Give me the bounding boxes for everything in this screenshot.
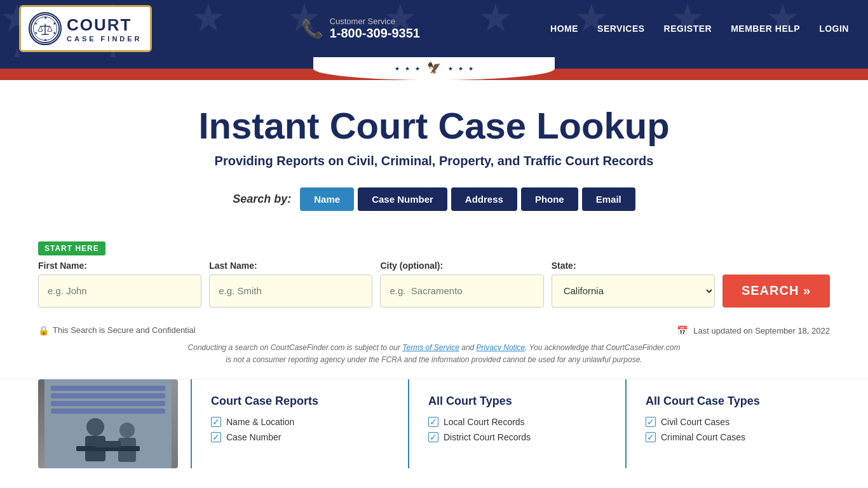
state-field: State: AlabamaAlaskaArizonaArkansasCalif… <box>552 261 715 308</box>
search-button[interactable]: SEARCH » <box>722 274 830 308</box>
bottom-col-types: All Court Types ✓ Local Court Records ✓ … <box>408 379 613 468</box>
check-icon: ✓ <box>428 432 438 442</box>
calendar-icon: 📅 <box>677 325 688 336</box>
col2-list: ✓ Local Court Records ✓ District Court R… <box>428 417 593 442</box>
check-icon: ✓ <box>428 417 438 427</box>
col1-title: Court Case Reports <box>211 395 376 408</box>
col2-title: All Court Types <box>428 395 593 408</box>
list-item: ✓ District Court Records <box>428 432 593 442</box>
col3-list: ✓ Civil Court Cases ✓ Criminal Court Cas… <box>646 417 811 442</box>
col3-title: All Court Case Types <box>646 395 811 408</box>
city-input[interactable] <box>380 274 543 308</box>
phone-icon: 📞 <box>301 18 323 39</box>
svg-text:★: ★ <box>44 16 47 20</box>
last-name-input[interactable] <box>209 274 372 308</box>
form-row: First Name: Last Name: City (optional): … <box>38 261 830 308</box>
svg-point-20 <box>119 423 135 438</box>
logo-court-text: COURT <box>67 15 142 35</box>
state-label: State: <box>552 261 715 271</box>
disclaimer-text4: is not a consumer reporting agency under… <box>226 355 642 364</box>
logo-box: ★ ★ ★ ★ ★ ★ COURT <box>19 5 152 52</box>
svg-text:★: ★ <box>34 22 37 25</box>
first-name-input[interactable] <box>38 274 201 308</box>
tab-email[interactable]: Email <box>582 187 635 211</box>
lock-icon: 🔒 <box>38 325 49 336</box>
terms-link[interactable]: Terms of Service <box>402 343 459 352</box>
col2-item1: District Court Records <box>444 432 531 442</box>
search-form-container: START HERE First Name: Last Name: City (… <box>0 241 868 314</box>
updated-text: 📅 Last updated on September 18, 2022 <box>677 325 830 336</box>
svg-rect-14 <box>51 386 165 391</box>
nav-register[interactable]: REGISTER <box>664 24 712 34</box>
bottom-image-placeholder <box>38 379 178 468</box>
bottom-section: Court Case Reports ✓ Name & Location ✓ C… <box>0 379 868 468</box>
secure-text: 🔒 This Search is Secure and Confidential <box>38 325 196 336</box>
col1-item0: Name & Location <box>226 417 294 427</box>
main-content: Instant Court Case Lookup Providing Repo… <box>0 80 868 241</box>
bottom-col-reports: Court Case Reports ✓ Name & Location ✓ C… <box>191 379 395 468</box>
logo-finder-text: CASE FINDER <box>67 35 142 43</box>
header-wrapper: ★ ★ ★ ★ ★ ★ ★ ★ ★ ★ ★ ★ ★ ★ ★ ★ ★ <box>0 0 868 80</box>
disclaimer-text1: Conducting a search on CourtCaseFinder.c… <box>188 343 403 352</box>
nav-login[interactable]: LOGIN <box>819 24 849 34</box>
disclaimer: Conducting a search on CourtCaseFinder.c… <box>0 342 868 379</box>
customer-service: 📞 Customer Service 1-800-309-9351 <box>301 17 420 41</box>
col1-list: ✓ Name & Location ✓ Case Number <box>211 417 376 442</box>
list-item: ✓ Local Court Records <box>428 417 593 427</box>
list-item: ✓ Civil Court Cases <box>646 417 811 427</box>
col3-item0: Civil Court Cases <box>661 417 729 427</box>
col1-item1: Case Number <box>226 432 281 442</box>
header: ★ ★ ★ ★ ★ ★ COURT <box>0 0 868 57</box>
svg-text:★: ★ <box>53 31 56 35</box>
updated-label: Last updated on September 18, 2022 <box>693 326 830 336</box>
bottom-image <box>38 379 178 468</box>
disclaimer-text2: and <box>459 343 477 352</box>
list-item: ✓ Case Number <box>211 432 376 442</box>
tab-name[interactable]: Name <box>300 187 354 211</box>
svg-rect-15 <box>51 393 165 398</box>
cs-phone: 1-800-309-9351 <box>330 26 420 41</box>
start-here-badge: START HERE <box>38 241 105 255</box>
privacy-link[interactable]: Privacy Notice <box>477 343 526 352</box>
state-select[interactable]: AlabamaAlaskaArizonaArkansasCaliforniaCo… <box>552 274 715 308</box>
search-by-row: Search by: Name Case Number Address Phon… <box>38 187 830 211</box>
logo-emblem: ★ ★ ★ ★ ★ ★ <box>29 12 62 45</box>
svg-text:★: ★ <box>53 22 56 25</box>
check-icon: ✓ <box>646 417 656 427</box>
nav-services[interactable]: SERVICES <box>597 24 645 34</box>
svg-rect-23 <box>95 441 121 447</box>
first-name-field: First Name: <box>38 261 201 308</box>
logo-area: ★ ★ ★ ★ ★ ★ COURT <box>19 5 152 52</box>
svg-text:🦅: 🦅 <box>427 62 442 75</box>
col3-item1: Criminal Court Cases <box>661 432 745 442</box>
list-item: ✓ Name & Location <box>211 417 376 427</box>
col2-item0: Local Court Records <box>444 417 525 427</box>
first-name-label: First Name: <box>38 261 201 271</box>
header-nav: HOME SERVICES REGISTER MEMBER HELP LOGIN <box>550 24 849 34</box>
tab-address[interactable]: Address <box>451 187 517 211</box>
svg-text:★: ★ <box>44 38 47 42</box>
last-name-field: Last Name: <box>209 261 372 308</box>
list-item: ✓ Criminal Court Cases <box>646 432 811 442</box>
tab-case-number[interactable]: Case Number <box>358 187 447 211</box>
last-name-label: Last Name: <box>209 261 372 271</box>
city-label: City (optional): <box>380 261 543 271</box>
nav-member-help[interactable]: MEMBER HELP <box>731 24 800 34</box>
secure-label: This Search is Secure and Confidential <box>53 325 196 335</box>
cs-label: Customer Service <box>330 17 420 26</box>
svg-point-18 <box>86 418 104 436</box>
svg-rect-13 <box>44 379 172 468</box>
nav-home[interactable]: HOME <box>550 24 578 34</box>
check-icon: ✓ <box>646 432 656 442</box>
check-icon: ✓ <box>211 417 221 427</box>
check-icon: ✓ <box>211 432 221 442</box>
page-title: Instant Court Case Lookup <box>38 105 830 146</box>
disclaimer-text3: . You acknowledge that CourtCaseFinder.c… <box>525 343 680 352</box>
svg-rect-17 <box>51 409 165 414</box>
page-subtitle: Providing Reports on Civil, Criminal, Pr… <box>38 154 830 168</box>
tab-phone[interactable]: Phone <box>521 187 578 211</box>
bottom-col-case-types: All Court Case Types ✓ Civil Court Cases… <box>625 379 830 468</box>
meta-row: 🔒 This Search is Secure and Confidential… <box>0 314 868 342</box>
svg-text:★: ★ <box>34 31 37 35</box>
logo-text: COURT CASE FINDER <box>67 15 142 43</box>
